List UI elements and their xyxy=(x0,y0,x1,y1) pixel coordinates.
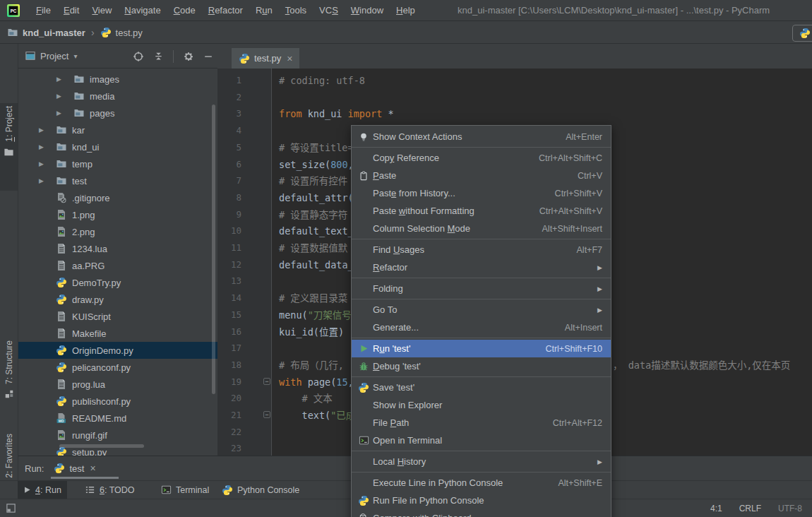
fold-marker-icon[interactable]: − xyxy=(263,378,270,385)
close-icon[interactable]: × xyxy=(90,463,95,474)
tree-item-makefile[interactable]: Makefile xyxy=(18,325,217,342)
context-menu-item-go-to[interactable]: Go To▶ xyxy=(352,301,611,319)
context-menu-item-generate[interactable]: Generate...Alt+Insert xyxy=(352,319,611,336)
tree-item-1234-lua[interactable]: 1234.lua xyxy=(18,240,217,257)
context-menu-item-paste[interactable]: PasteCtrl+V xyxy=(352,167,611,184)
tree-item-rungif-gif[interactable]: rungif.gif xyxy=(18,427,217,444)
gear-icon[interactable] xyxy=(183,51,194,62)
tree-item-prog-lua[interactable]: prog.lua xyxy=(18,376,217,393)
fold-marker-icon[interactable]: − xyxy=(263,411,270,418)
tree-item-origindemo-py[interactable]: OriginDemo.py xyxy=(18,342,217,359)
expand-arrow-icon[interactable]: ▶ xyxy=(39,143,44,150)
menu-file[interactable]: File xyxy=(30,0,57,21)
tree-item-pelicanconf-py[interactable]: pelicanconf.py xyxy=(18,359,217,376)
menu-item-label: Save 'test' xyxy=(373,382,414,393)
tree-item-media[interactable]: ▶media xyxy=(18,88,217,105)
hide-icon[interactable] xyxy=(203,52,213,61)
file-encoding[interactable]: UTF-8 xyxy=(778,504,802,513)
expand-arrow-icon[interactable]: ▶ xyxy=(39,177,44,184)
tree-item-pages[interactable]: ▶pages xyxy=(18,105,217,121)
tree-item-label: setup.py xyxy=(72,447,107,456)
context-menu-item-find-usages[interactable]: Find UsagesAlt+F7 xyxy=(352,241,611,258)
context-menu-item-show-in-explorer[interactable]: Show in Explorer xyxy=(352,396,611,414)
context-menu-item-execute-line-in-python-console[interactable]: Execute Line in Python ConsoleAlt+Shift+… xyxy=(352,474,611,492)
expand-arrow-icon[interactable]: ▶ xyxy=(56,76,61,83)
menu-refactor[interactable]: Refactor xyxy=(202,0,249,21)
tree-item-label: pages xyxy=(90,108,114,119)
menu-window[interactable]: Window xyxy=(345,0,390,21)
tree-item-2-png[interactable]: 2.png xyxy=(18,223,217,240)
editor-tab-testpy[interactable]: test.py × xyxy=(232,48,299,69)
toolwindow-button-4-run[interactable]: 4: Run xyxy=(18,481,67,499)
context-menu-item-local-history[interactable]: Local History▶ xyxy=(352,453,611,470)
expand-arrow-icon[interactable]: ▶ xyxy=(56,93,61,100)
context-menu-item-show-context-actions[interactable]: Show Context ActionsAlt+Enter xyxy=(352,128,611,145)
toolwindow-button-python-console[interactable]: Python Console xyxy=(216,481,305,499)
menu-navigate[interactable]: Navigate xyxy=(118,0,167,21)
empty-icon-slot xyxy=(357,244,371,256)
image-file-icon xyxy=(56,209,67,220)
line-separator[interactable]: CRLF xyxy=(739,504,761,513)
toolwindow-button-terminal[interactable]: Terminal xyxy=(155,481,215,499)
collapse-all-icon[interactable] xyxy=(153,51,164,61)
locate-icon[interactable] xyxy=(133,51,144,62)
main-menu-bar: FileEditViewNavigateCodeRefactorRunTools… xyxy=(30,0,422,21)
caret-position[interactable]: 4:1 xyxy=(710,504,722,513)
tree-item-images[interactable]: ▶images xyxy=(18,71,217,88)
menu-tools[interactable]: Tools xyxy=(279,0,313,21)
expand-arrow-icon[interactable]: ▶ xyxy=(39,160,44,167)
context-menu-item-open-in-terminal[interactable]: Open in Terminal xyxy=(352,432,611,449)
toolwindows-icon[interactable] xyxy=(6,503,16,513)
menu-code[interactable]: Code xyxy=(167,0,202,21)
context-menu-item-file-path[interactable]: File PathCtrl+Alt+F12 xyxy=(352,414,611,432)
tree-item-demotry-py[interactable]: DemoTry.py xyxy=(18,274,217,291)
tree-item-publishconf-py[interactable]: publishconf.py xyxy=(18,393,217,410)
lightbulb-icon xyxy=(357,131,371,143)
context-menu-item-copy-reference[interactable]: Copy ReferenceCtrl+Alt+Shift+C xyxy=(352,149,611,167)
tree-item-1-png[interactable]: 1.png xyxy=(18,206,217,223)
breadcrumb-project[interactable]: knd_ui-master xyxy=(23,28,85,38)
expand-arrow-icon[interactable]: ▶ xyxy=(56,109,61,117)
window-title: knd_ui-master [C:\Users\LCM\Desktop\knd_… xyxy=(458,0,812,21)
context-menu-item-save-test[interactable]: Save 'test' xyxy=(352,379,611,396)
tree-item-aa-prg[interactable]: aa.PRG xyxy=(18,257,217,274)
tree-item--gitignore[interactable]: .gitignore xyxy=(18,189,217,206)
favorites-tab-label: 2: Favorites xyxy=(4,434,14,478)
context-menu-item-column-selection-mode[interactable]: Column Selection ModeAlt+Shift+Insert xyxy=(352,220,611,237)
context-menu-item-run-file-in-python-console[interactable]: Run File in Python Console xyxy=(352,492,611,509)
tree-horizontal-scrollbar[interactable] xyxy=(59,444,144,448)
menu-help[interactable]: Help xyxy=(390,0,422,21)
tree-item-test[interactable]: ▶test xyxy=(18,172,217,189)
close-icon[interactable]: × xyxy=(287,53,292,64)
text-file-icon xyxy=(56,379,67,390)
context-menu-item-debug-test[interactable]: Debug 'test' xyxy=(352,357,611,375)
sidebar-tab-structure[interactable]: 7: Structure xyxy=(0,340,18,399)
menu-vcs[interactable]: VCS xyxy=(313,0,345,21)
context-menu-item-paste-without-formatting[interactable]: Paste without FormattingCtrl+Alt+Shift+V xyxy=(352,202,611,220)
toolwindow-button-6-todo[interactable]: 6: TODO xyxy=(79,481,141,499)
sidebar-tab-project[interactable]: 1: Project xyxy=(0,106,18,158)
image-file-icon xyxy=(56,226,67,237)
tree-item-temp[interactable]: ▶temp xyxy=(18,155,217,172)
tree-item-label: temp xyxy=(72,159,92,170)
tree-vertical-scrollbar[interactable] xyxy=(212,105,215,394)
breadcrumb-file[interactable]: test.py xyxy=(116,28,143,38)
tree-item-kar[interactable]: ▶kar xyxy=(18,121,217,138)
tree-item-label: README.md xyxy=(72,413,126,424)
tree-item-knd-ui[interactable]: ▶knd_ui xyxy=(18,138,217,155)
expand-arrow-icon[interactable]: ▶ xyxy=(39,126,44,133)
python-icon xyxy=(56,345,67,356)
context-menu-item-folding[interactable]: Folding▶ xyxy=(352,280,611,297)
menu-edit[interactable]: Edit xyxy=(57,0,85,21)
tree-item-readme-md[interactable]: MDREADME.md xyxy=(18,410,217,427)
tree-item-draw-py[interactable]: draw.py xyxy=(18,291,217,308)
context-menu-item-compare-with-clipboard[interactable]: Compare with Clipboard xyxy=(352,509,611,517)
tree-item-kuiscript[interactable]: KUIScript xyxy=(18,308,217,325)
menu-view[interactable]: View xyxy=(85,0,118,21)
menu-run[interactable]: Run xyxy=(249,0,279,21)
run-tab-test[interactable]: test × xyxy=(49,463,100,474)
context-menu-item-paste-from-history[interactable]: Paste from History...Ctrl+Shift+V xyxy=(352,184,611,202)
context-menu-item-refactor[interactable]: Refactor▶ xyxy=(352,258,611,276)
run-configuration-button[interactable] xyxy=(792,25,812,42)
context-menu-item-run-test[interactable]: Run 'test'Ctrl+Shift+F10 xyxy=(352,340,611,357)
